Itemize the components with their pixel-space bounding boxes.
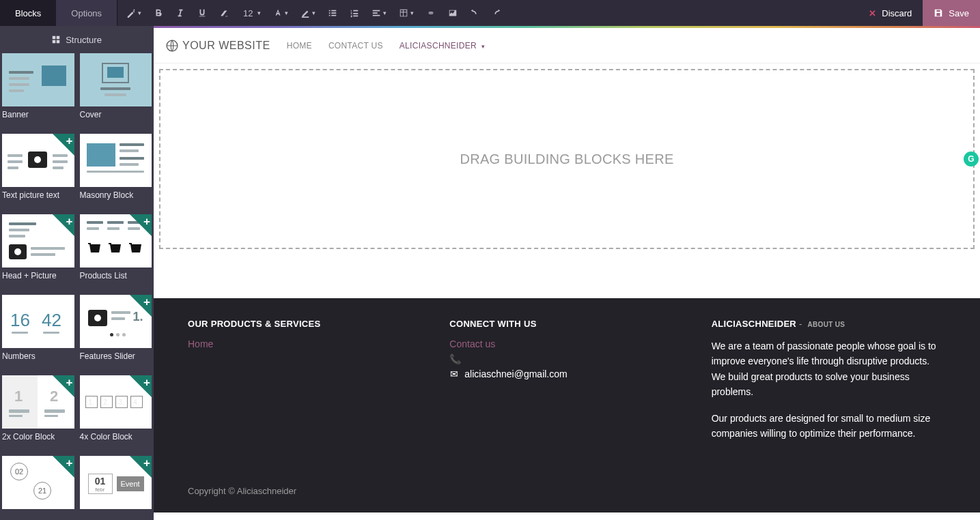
block-item-10[interactable]: 0221+ — [2, 456, 74, 520]
phone-icon: 📞 — [449, 353, 459, 364]
image-icon[interactable] — [442, 0, 464, 26]
globe-icon — [166, 40, 178, 52]
dropzone-label: DRAG BUILDING BLOCKS HERE — [460, 151, 673, 167]
table-select[interactable]: ▾ — [393, 0, 420, 26]
grid-icon — [52, 35, 60, 44]
block-label — [80, 509, 152, 520]
footer-phone-line: 📞 — [449, 353, 684, 364]
underline-icon[interactable] — [191, 0, 213, 26]
footer-connect-title: CONNECT WITH US — [449, 319, 684, 329]
plus-icon: + — [143, 457, 150, 470]
block-label: Masonry Block — [80, 187, 152, 209]
footer-col-connect: CONNECT WITH US Contact us 📞 ✉aliciaschn… — [449, 319, 684, 452]
grammarly-icon[interactable]: G — [964, 151, 979, 167]
block-label: 2x Color Block — [2, 429, 74, 450]
block-head-picture[interactable]: +Head + Picture — [2, 214, 74, 289]
structure-header[interactable]: Structure — [0, 26, 154, 53]
svg-point-5 — [94, 315, 101, 321]
canvas-area: YOUR WEBSITE HOME CONTACT US ALICIASCHNE… — [154, 26, 980, 520]
block-4x-color-block[interactable]: 1.2.3.4.+4x Color Block — [80, 375, 152, 450]
footer-aboutus-link[interactable]: ABOUT US — [808, 321, 845, 328]
drop-zone[interactable]: DRAG BUILDING BLOCKS HERE G — [159, 69, 975, 249]
plus-icon: + — [66, 376, 73, 390]
nav-user-dropdown[interactable]: ALICIASCHNEIDER ▾ — [400, 41, 485, 50]
unordered-list-icon[interactable] — [322, 0, 344, 26]
footer-about-title: ALICIASCHNEIDER - ABOUT US — [712, 319, 946, 329]
magic-wand-icon[interactable]: ▾ — [120, 0, 148, 26]
block-2x-color-block[interactable]: 12+2x Color Block — [2, 375, 74, 450]
site-logo[interactable]: YOUR WEBSITE — [166, 40, 270, 52]
block-label: Banner — [2, 106, 74, 128]
block-label — [2, 509, 74, 520]
envelope-icon: ✉ — [449, 369, 459, 379]
nav-contact[interactable]: CONTACT US — [328, 41, 383, 50]
svg-point-3 — [14, 248, 21, 255]
block-text-picture-text[interactable]: +Text picture text — [2, 134, 74, 209]
blocks-sidebar: Structure BannerCover+Text picture textM… — [0, 26, 154, 520]
copyright-text: Copyright © Aliciaschneider — [188, 486, 946, 496]
plus-icon: + — [143, 295, 150, 309]
ordered-list-icon[interactable] — [344, 0, 365, 26]
site-footer: OUR PRODUCTS & SERVICES Home CONNECT WIT… — [154, 298, 980, 512]
plus-icon: + — [66, 215, 73, 229]
align-select[interactable]: ▾ — [365, 0, 393, 26]
plus-icon: + — [66, 134, 73, 148]
block-masonry-block[interactable]: Masonry Block — [80, 134, 152, 209]
footer-col-products: OUR PRODUCTS & SERVICES Home — [188, 319, 422, 452]
svg-point-1 — [34, 156, 41, 163]
footer-para-2: Our products are designed for small to m… — [712, 411, 946, 442]
font-family-select[interactable]: ▾ — [267, 0, 294, 26]
plus-icon: + — [143, 376, 150, 390]
discard-button[interactable]: ✕Discard — [858, 0, 923, 26]
block-features-slider[interactable]: 1.+Features Slider — [80, 295, 152, 370]
tab-blocks[interactable]: Blocks — [0, 0, 56, 26]
close-icon: ✕ — [869, 8, 876, 18]
block-numbers[interactable]: 1642Numbers — [2, 295, 74, 370]
block-label: Features Slider — [80, 348, 152, 370]
text-color-select[interactable]: ▾ — [294, 0, 322, 26]
block-item-11[interactable]: 01febrEvent+ — [80, 456, 152, 520]
editor-toolbar: Blocks Options ▾ 12▾ ▾ ▾ ▾ ▾ ✕Discard Sa… — [0, 0, 980, 26]
footer-products-title: OUR PRODUCTS & SERVICES — [188, 319, 422, 329]
block-label: Cover — [80, 106, 152, 128]
site-nav: YOUR WEBSITE HOME CONTACT US ALICIASCHNE… — [154, 28, 980, 63]
block-banner[interactable]: Banner — [2, 53, 74, 128]
tab-options[interactable]: Options — [56, 0, 117, 26]
plus-icon: + — [66, 457, 73, 470]
block-label: Text picture text — [2, 187, 74, 209]
plus-icon: + — [143, 215, 150, 229]
redo-icon[interactable] — [486, 0, 507, 26]
italic-icon[interactable] — [169, 0, 191, 26]
save-icon — [934, 8, 943, 18]
clear-format-icon[interactable] — [213, 0, 235, 26]
footer-contact-link[interactable]: Contact us — [449, 338, 684, 349]
footer-home-link[interactable]: Home — [188, 338, 422, 349]
undo-icon[interactable] — [464, 0, 486, 26]
link-icon[interactable] — [420, 0, 442, 26]
block-cover[interactable]: Cover — [80, 53, 152, 128]
save-button[interactable]: Save — [923, 0, 980, 26]
nav-home[interactable]: HOME — [287, 41, 312, 50]
block-label: Head + Picture — [2, 268, 74, 289]
footer-para-1: We are a team of passionate people whose… — [712, 338, 946, 400]
bold-icon[interactable] — [148, 0, 169, 26]
block-label: Numbers — [2, 348, 74, 370]
font-size-select[interactable]: 12▾ — [235, 0, 266, 26]
block-products-list[interactable]: +Products List — [80, 214, 152, 289]
footer-email-line[interactable]: ✉aliciaschnei@gmail.com — [449, 369, 684, 379]
footer-col-about: ALICIASCHNEIDER - ABOUT US We are a team… — [712, 319, 946, 452]
block-label: Products List — [80, 268, 152, 289]
block-label: 4x Color Block — [80, 429, 152, 450]
